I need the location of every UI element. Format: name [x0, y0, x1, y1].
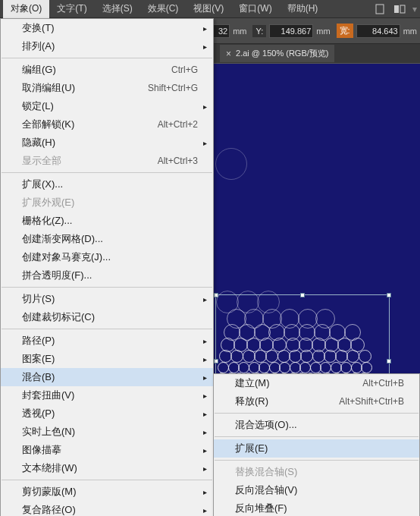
menu_main-item-24[interactable]: 透视(P): [1, 404, 213, 423]
menu-separator: [2, 329, 212, 329]
object-menu: 变换(T)排列(A)编组(G)Ctrl+G取消编组(U)Shift+Ctrl+G…: [0, 18, 214, 516]
menu_sub-item-1[interactable]: 释放(R)Alt+Shift+Ctrl+B: [214, 392, 419, 411]
menu-item-label: 透视(P): [22, 407, 198, 420]
menu_sub-item-3[interactable]: 混合选项(O)...: [214, 416, 419, 434]
menu-view[interactable]: 视图(V): [186, 0, 231, 18]
menu-item-label: 显示全部: [22, 154, 135, 168]
menu-item-label: 隐藏(H): [22, 136, 198, 149]
menu-object[interactable]: 对象(O): [3, 0, 49, 18]
menu-help[interactable]: 帮助(H): [280, 0, 326, 18]
menu-item-label: 混合(B): [22, 370, 198, 384]
menu-item-shortcut: Shift+Ctrl+G: [148, 83, 198, 93]
menu-item-label: 释放(R): [235, 395, 316, 408]
document-tab[interactable]: × 2.ai @ 150% (RGB/预览): [220, 45, 334, 62]
menu-separator: [215, 436, 418, 437]
w-input[interactable]: [356, 24, 400, 38]
menu-item-label: 全部解锁(K): [22, 118, 135, 131]
menu-item-label: 拼合透明度(F)...: [22, 269, 198, 282]
menu_main-item-4[interactable]: 取消编组(U)Shift+Ctrl+G: [1, 79, 213, 97]
menu_main-item-25[interactable]: 实时上色(N): [1, 423, 213, 441]
menu_main-item-12[interactable]: 栅格化(Z)...: [1, 212, 213, 230]
menu_main-item-30[interactable]: 复合路径(O): [1, 501, 213, 516]
menu_main-item-11: 扩展外观(E): [1, 194, 213, 212]
handle-tc[interactable]: [300, 293, 305, 297]
menu_main-item-23[interactable]: 封套扭曲(V): [1, 386, 213, 404]
unit-mm-3: mm: [403, 27, 417, 36]
unit-mm-1: mm: [233, 27, 246, 36]
svg-rect-1: [394, 5, 399, 13]
menu_main-item-29[interactable]: 剪切蒙版(M): [1, 483, 213, 501]
menu-separator: [2, 287, 212, 288]
menu-item-shortcut: Alt+Ctrl+2: [158, 119, 198, 130]
menu_main-item-26[interactable]: 图像描摹: [1, 441, 213, 459]
menu-text[interactable]: 文字(T): [49, 0, 94, 18]
menu-separator: [2, 58, 212, 58]
menu_main-item-18[interactable]: 创建裁切标记(C): [1, 308, 213, 326]
menu-item-label: 文本绕排(W): [22, 461, 198, 475]
menu-item-shortcut: Alt+Shift+Ctrl+B: [339, 396, 404, 407]
handle-rc[interactable]: [387, 359, 391, 363]
menu-item-label: 建立(M): [235, 376, 340, 390]
menu-item-label: 扩展(X)...: [22, 178, 198, 191]
menu-item-shortcut: Ctrl+G: [171, 64, 198, 75]
menu-item-label: 实时上色(N): [22, 425, 198, 439]
menu-item-label: 封套扭曲(V): [22, 389, 198, 402]
menu_main-item-7[interactable]: 隐藏(H): [1, 134, 213, 152]
menu_main-item-17[interactable]: 切片(S): [1, 290, 213, 308]
menu-select[interactable]: 选择(S): [95, 0, 140, 18]
arrange-icon[interactable]: [391, 1, 408, 17]
w-label: 宽:: [337, 24, 353, 38]
menu-item-label: 扩展外观(E): [22, 196, 198, 209]
menu_sub-item-5[interactable]: 扩展(E): [214, 439, 419, 458]
menu_main-item-27[interactable]: 文本绕排(W): [1, 459, 213, 477]
menu-separator: [2, 480, 212, 480]
menu_main-item-13[interactable]: 创建渐变网格(D)...: [1, 230, 213, 248]
menu_main-item-1[interactable]: 排列(A): [1, 37, 213, 55]
menu_sub-item-0[interactable]: 建立(M)Alt+Ctrl+B: [214, 374, 419, 392]
menu_sub-item-7: 替换混合轴(S): [214, 463, 419, 481]
menu_main-item-0[interactable]: 变换(T): [1, 19, 213, 37]
handle-tr[interactable]: [387, 293, 391, 297]
menu-separator: [215, 460, 418, 461]
menu_main-item-14[interactable]: 创建对象马赛克(J)...: [1, 248, 213, 266]
menu_main-item-8: 显示全部Alt+Ctrl+3: [1, 152, 213, 170]
menu-window[interactable]: 窗口(W): [231, 0, 279, 18]
menu-item-label: 切片(S): [22, 292, 198, 306]
menu-item-label: 替换混合轴(S): [235, 465, 404, 479]
y-input[interactable]: [269, 24, 313, 38]
menu_main-item-15[interactable]: 拼合透明度(F)...: [1, 266, 213, 285]
menu-item-label: 排列(A): [22, 39, 198, 53]
menu-item-shortcut: Alt+Ctrl+B: [362, 378, 404, 389]
menu-item-label: 图像描摹: [22, 443, 198, 457]
menu_main-item-3[interactable]: 编组(G)Ctrl+G: [1, 61, 213, 79]
menu_main-item-22[interactable]: 混合(B): [1, 368, 213, 386]
svg-rect-2: [400, 5, 405, 13]
menu_sub-item-8[interactable]: 反向混合轴(V): [214, 481, 419, 499]
menu-item-label: 创建对象马赛克(J)...: [22, 250, 198, 264]
menu_main-item-10[interactable]: 扩展(X)...: [1, 175, 213, 194]
menu_main-item-21[interactable]: 图案(E): [1, 350, 213, 368]
menu-item-label: 剪切蒙版(M): [22, 485, 198, 499]
menu-item-label: 栅格化(Z)...: [22, 214, 198, 228]
menu_main-item-5[interactable]: 锁定(L): [1, 97, 213, 115]
blend-submenu: 建立(M)Alt+Ctrl+B释放(R)Alt+Shift+Ctrl+B混合选项…: [213, 373, 420, 516]
menu-item-label: 反向混合轴(V): [235, 483, 404, 497]
menu-item-label: 编组(G): [22, 63, 149, 77]
menubar: 对象(O) 文字(T) 选择(S) 效果(C) 视图(V) 窗口(W) 帮助(H…: [0, 0, 420, 18]
close-icon[interactable]: ×: [226, 49, 231, 59]
menu-effect[interactable]: 效果(C): [140, 0, 186, 18]
menu_main-item-20[interactable]: 路径(P): [1, 332, 213, 350]
menu-item-label: 取消编组(U): [22, 81, 125, 95]
x-remnant: 32: [212, 24, 230, 38]
doc-icon[interactable]: [371, 1, 388, 17]
menu-item-label: 反向堆叠(F): [235, 502, 404, 515]
menu-item-label: 锁定(L): [22, 99, 198, 113]
menu-separator: [2, 172, 212, 173]
menu_main-item-6[interactable]: 全部解锁(K)Alt+Ctrl+2: [1, 115, 213, 134]
unit-mm-2: mm: [316, 27, 330, 36]
menu_sub-item-9[interactable]: 反向堆叠(F): [214, 499, 419, 516]
menu-item-shortcut: Alt+Ctrl+3: [158, 156, 198, 166]
menu-item-label: 混合选项(O)...: [235, 418, 404, 432]
menu-item-label: 路径(P): [22, 334, 198, 348]
menu-item-label: 变换(T): [22, 21, 198, 35]
